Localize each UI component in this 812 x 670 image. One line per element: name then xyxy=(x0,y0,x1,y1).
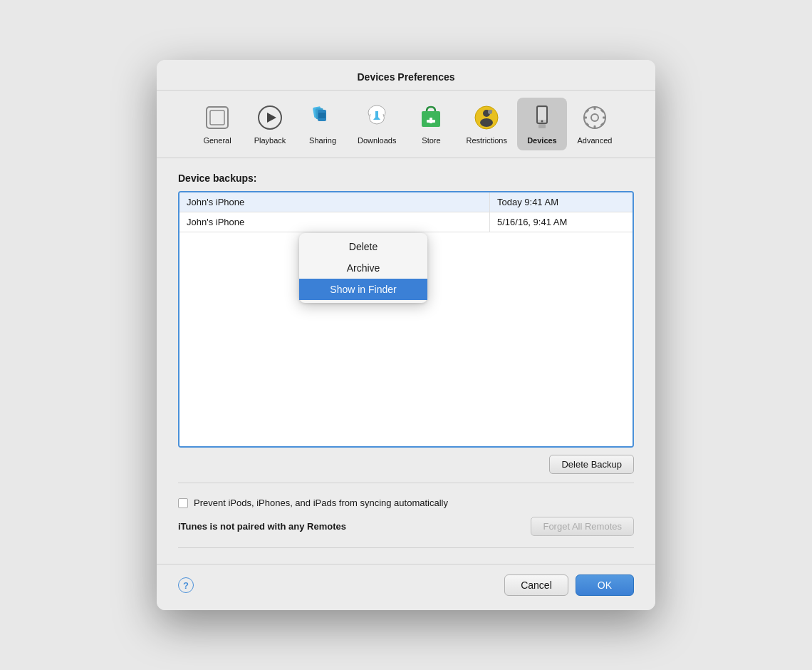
separator-2 xyxy=(178,547,634,548)
downloads-label: Downloads xyxy=(358,136,396,145)
toolbar: General Playback Sharing xyxy=(157,91,655,158)
help-button[interactable]: ? xyxy=(178,577,194,593)
svg-point-16 xyxy=(480,118,493,127)
sharing-icon xyxy=(307,102,338,133)
backup-date-2: 5/16/16, 9:41 AM xyxy=(490,212,633,232)
ok-button[interactable]: OK xyxy=(576,574,634,596)
toolbar-item-general[interactable]: General xyxy=(192,98,242,150)
section-label: Device backups: xyxy=(178,172,634,184)
table-row[interactable]: John's iPhone 5/16/16, 9:41 AM xyxy=(179,212,633,232)
svg-point-21 xyxy=(541,120,543,123)
table-row[interactable]: John's iPhone Today 9:41 AM xyxy=(179,192,633,212)
svg-rect-7 xyxy=(318,113,326,118)
context-menu-delete[interactable]: Delete xyxy=(299,236,427,257)
svg-rect-20 xyxy=(538,108,546,120)
toolbar-item-store[interactable]: Store xyxy=(406,98,456,150)
sharing-label: Sharing xyxy=(309,136,336,145)
dialog-title: Devices Preferences xyxy=(157,60,655,91)
toolbar-item-sharing[interactable]: Sharing xyxy=(298,98,348,150)
svg-marker-3 xyxy=(267,113,276,123)
context-menu: Delete Archive Show in Finder xyxy=(299,233,427,303)
context-menu-show-in-finder[interactable]: Show in Finder xyxy=(299,279,427,300)
toolbar-item-downloads[interactable]: Downloads xyxy=(350,98,403,150)
svg-rect-10 xyxy=(375,111,378,120)
general-icon xyxy=(202,102,233,133)
separator-1 xyxy=(178,483,634,483)
backup-name-1: John's iPhone xyxy=(179,192,490,212)
remotes-row: iTunes is not paired with any Remotes Fo… xyxy=(178,511,634,539)
prevent-sync-label: Prevent iPods, iPhones, and iPads from s… xyxy=(194,498,448,508)
svg-rect-22 xyxy=(538,124,546,128)
backup-table: John's iPhone Today 9:41 AM John's iPhon… xyxy=(178,191,634,448)
playback-icon xyxy=(254,102,286,133)
prevent-sync-checkbox[interactable] xyxy=(178,498,188,508)
toolbar-item-devices[interactable]: Devices xyxy=(517,98,567,150)
prevent-sync-row: Prevent iPods, iPhones, and iPads from s… xyxy=(178,495,634,511)
playback-label: Playback xyxy=(254,136,286,145)
svg-point-24 xyxy=(591,114,598,121)
main-content: Device backups: John's iPhone Today 9:41… xyxy=(157,158,655,564)
bottom-bar: ? Cancel OK xyxy=(157,564,655,610)
button-row: Delete Backup xyxy=(178,448,634,478)
forget-remotes-button: Forget All Remotes xyxy=(531,517,634,536)
backup-name-2: John's iPhone xyxy=(179,212,490,232)
delete-backup-button[interactable]: Delete Backup xyxy=(549,455,634,474)
svg-rect-13 xyxy=(427,120,435,123)
svg-rect-28 xyxy=(603,117,606,119)
svg-rect-1 xyxy=(210,110,224,125)
preferences-dialog: Devices Preferences General Playback xyxy=(157,60,655,610)
general-label: General xyxy=(203,136,231,145)
bottom-buttons: Cancel OK xyxy=(504,574,634,596)
svg-rect-26 xyxy=(593,125,595,129)
downloads-icon xyxy=(361,102,392,133)
context-menu-archive[interactable]: Archive xyxy=(299,257,427,279)
restrictions-label: Restrictions xyxy=(466,136,506,145)
toolbar-item-advanced[interactable]: Advanced xyxy=(570,98,620,150)
cancel-button[interactable]: Cancel xyxy=(504,574,568,596)
svg-rect-27 xyxy=(583,117,587,119)
options-section: Prevent iPods, iPhones, and iPads from s… xyxy=(178,488,634,543)
store-label: Store xyxy=(422,136,440,145)
title-text: Devices Preferences xyxy=(358,71,455,83)
advanced-label: Advanced xyxy=(577,136,612,145)
store-icon xyxy=(415,102,447,133)
devices-icon xyxy=(526,102,558,133)
devices-label: Devices xyxy=(527,136,557,145)
remotes-label: iTunes is not paired with any Remotes xyxy=(178,521,346,532)
toolbar-item-playback[interactable]: Playback xyxy=(245,98,295,150)
advanced-icon xyxy=(579,102,610,133)
toolbar-item-restrictions[interactable]: Restrictions xyxy=(459,98,514,150)
svg-rect-25 xyxy=(593,106,595,110)
restrictions-icon xyxy=(471,102,502,133)
backup-date-1: Today 9:41 AM xyxy=(490,192,633,212)
